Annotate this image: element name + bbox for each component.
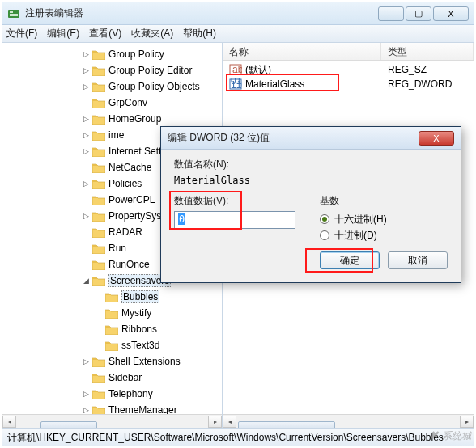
expand-icon[interactable]: ▷: [82, 357, 91, 366]
tree-item-label: ssText3d: [121, 340, 159, 351]
value-data-label: 数值数据(V):: [174, 194, 295, 208]
value-name: MaterialGlass: [245, 78, 388, 90]
window-buttons: — ▢ X: [376, 6, 469, 21]
expand-icon[interactable]: ▷: [82, 390, 91, 399]
menu-file[interactable]: 文件(F): [6, 27, 37, 40]
tree-item[interactable]: ▷Group Policy Objects: [2, 78, 222, 95]
expand-icon[interactable]: ▷: [82, 66, 91, 75]
list-scroll-right[interactable]: ▸: [460, 416, 474, 428]
folder-icon: [92, 98, 105, 108]
svg-text:ab: ab: [232, 64, 242, 75]
tree-scroll-right[interactable]: ▸: [208, 416, 222, 428]
close-button[interactable]: X: [433, 6, 469, 21]
expand-icon[interactable]: [95, 309, 104, 318]
expand-icon[interactable]: ▷: [82, 212, 91, 221]
expand-icon[interactable]: [82, 228, 91, 237]
menu-edit[interactable]: 编辑(E): [47, 27, 79, 40]
tree-item[interactable]: GrpConv: [2, 95, 222, 111]
folder-icon: [92, 66, 105, 76]
expand-icon[interactable]: [82, 244, 91, 253]
expand-icon[interactable]: [95, 293, 104, 302]
dialog-titlebar[interactable]: 编辑 DWORD (32 位)值 X: [161, 127, 461, 150]
tree-item[interactable]: ssText3d: [2, 337, 222, 353]
tree-item-label: Telephony: [108, 388, 153, 399]
folder-icon: [92, 389, 105, 399]
folder-icon: [92, 373, 105, 383]
list-row[interactable]: 011110MaterialGlassREG_DWORD: [223, 77, 474, 91]
expand-icon[interactable]: ▷: [82, 147, 91, 156]
folder-icon: [92, 195, 105, 205]
expand-icon[interactable]: ▷: [82, 131, 91, 140]
menu-help[interactable]: 帮助(H): [183, 27, 216, 40]
folder-icon: [92, 114, 105, 125]
tree-item[interactable]: Ribbons: [2, 321, 222, 337]
titlebar[interactable]: 注册表编辑器 — ▢ X: [2, 2, 474, 25]
maximize-button[interactable]: ▢: [406, 6, 431, 21]
menubar: 文件(F) 编辑(E) 查看(V) 收藏夹(A) 帮助(H): [2, 25, 474, 43]
value-type: REG_DWORD: [388, 78, 474, 90]
tree-item-label: Policies: [108, 178, 142, 189]
radix-dec-label: 十进制(D): [334, 229, 377, 243]
tree-item-label: Run: [108, 243, 126, 254]
tree-scroll-left[interactable]: ◂: [2, 416, 16, 428]
expand-icon[interactable]: [82, 163, 91, 172]
folder-icon: [92, 49, 105, 60]
tree-item-label: Sidebar: [108, 372, 142, 383]
folder-icon: [92, 82, 105, 92]
menu-favorites[interactable]: 收藏夹(A): [131, 27, 173, 40]
tree-item[interactable]: ▷HomeGroup: [2, 111, 222, 127]
folder-icon: [92, 227, 105, 238]
expand-icon[interactable]: ▷: [82, 115, 91, 124]
expand-icon[interactable]: [95, 341, 104, 350]
expand-icon[interactable]: [82, 374, 91, 382]
expand-icon[interactable]: [95, 325, 104, 334]
expand-icon[interactable]: [82, 196, 91, 205]
ok-button[interactable]: 确定: [320, 251, 380, 269]
value-name-label: 数值名称(N):: [174, 158, 448, 171]
value-data-input[interactable]: 0: [174, 211, 295, 229]
tree-item-label: Bubbles: [121, 290, 159, 303]
dialog-close-button[interactable]: X: [419, 131, 454, 146]
tree-item-label: Group Policy Editor: [108, 65, 192, 76]
expand-icon[interactable]: [82, 99, 91, 108]
tree-item-label: ime: [108, 129, 124, 141]
tree-item[interactable]: ▷Group Policy: [2, 46, 222, 62]
menu-view[interactable]: 查看(V): [89, 27, 121, 40]
expand-icon[interactable]: ▷: [82, 82, 91, 91]
tree-item-label: NetCache: [108, 162, 151, 173]
collapse-icon[interactable]: ◢: [82, 277, 91, 285]
list-scroll-thumb[interactable]: [238, 421, 335, 428]
minimize-button[interactable]: —: [378, 6, 404, 21]
string-value-icon: ab: [229, 63, 242, 76]
column-name[interactable]: 名称: [223, 43, 381, 60]
tree-scroll-thumb[interactable]: [40, 421, 97, 428]
statusbar: 计算机\HKEY_CURRENT_USER\Software\Microsoft…: [2, 428, 474, 446]
app-icon: [7, 7, 20, 20]
list-row[interactable]: ab(默认)REG_SZ: [223, 62, 474, 77]
svg-rect-2: [10, 14, 18, 15]
radix-hex-radio[interactable]: 十六进制(H): [320, 211, 387, 227]
tree-item[interactable]: Sidebar: [2, 370, 222, 386]
cancel-button[interactable]: 取消: [388, 251, 448, 269]
tree-item[interactable]: Mystify: [2, 305, 222, 321]
folder-icon: [92, 130, 105, 141]
tree-item-label: RADAR: [108, 226, 142, 238]
expand-icon[interactable]: [82, 260, 91, 269]
column-type[interactable]: 类型: [381, 43, 474, 60]
tree-item[interactable]: Bubbles: [2, 289, 222, 305]
radix-dec-radio[interactable]: 十进制(D): [320, 227, 387, 243]
folder-icon: [105, 340, 118, 351]
svg-rect-3: [10, 15, 18, 16]
list-scroll-left[interactable]: ◂: [223, 416, 236, 428]
expand-icon[interactable]: ▷: [82, 50, 91, 59]
tree-item-label: PowerCPL: [108, 194, 155, 205]
tree-item-label: Group Policy Objects: [108, 81, 200, 92]
expand-icon[interactable]: ▷: [82, 406, 91, 415]
tree-item-label: Mystify: [121, 307, 151, 319]
tree-item[interactable]: ▷Group Policy Editor: [2, 62, 222, 78]
folder-icon: [92, 243, 105, 254]
tree-item[interactable]: ▷Shell Extensions: [2, 353, 222, 370]
expand-icon[interactable]: ▷: [82, 180, 91, 188]
tree-item[interactable]: ▷Telephony: [2, 386, 222, 402]
value-name-text: MaterialGlass: [174, 175, 448, 186]
